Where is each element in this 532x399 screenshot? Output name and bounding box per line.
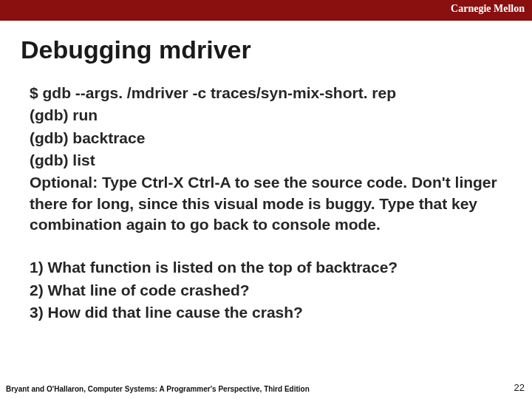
footer-citation: Bryant and O'Hallaron, Computer Systems:…: [6, 385, 310, 393]
body-text: $ gdb --args. /mdriver -c traces/syn-mix…: [30, 83, 514, 324]
question-1: 1) What function is listed on the top of…: [30, 257, 514, 278]
brand-label: Carnegie Mellon: [451, 3, 525, 15]
page-number: 22: [514, 382, 525, 393]
slide: Carnegie Mellon Debugging mdriver $ gdb …: [0, 0, 532, 399]
question-2: 2) What line of code crashed?: [30, 280, 514, 301]
questions-block: 1) What function is listed on the top of…: [30, 257, 514, 323]
page-title: Debugging mdriver: [21, 35, 251, 64]
gdb-run: (gdb) run: [30, 105, 514, 126]
gdb-list: (gdb) list: [30, 150, 514, 171]
spacer: [30, 236, 514, 257]
optional-note: Optional: Type Ctrl-X Ctrl-A to see the …: [30, 172, 514, 235]
question-3: 3) How did that line cause the crash?: [30, 302, 514, 323]
cmd-line: $ gdb --args. /mdriver -c traces/syn-mix…: [30, 83, 514, 103]
gdb-backtrace: (gdb) backtrace: [30, 128, 514, 149]
